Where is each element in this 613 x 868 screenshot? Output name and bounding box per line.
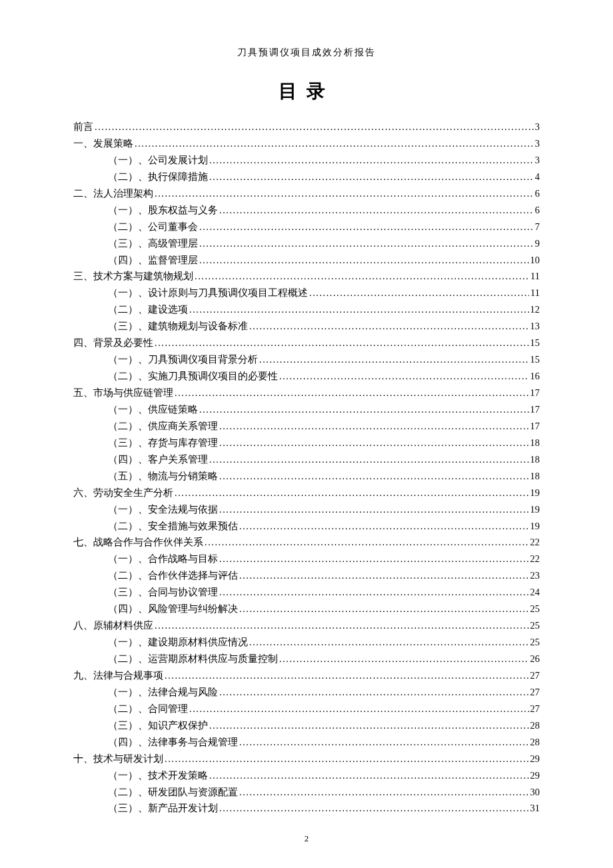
toc-entry-page: 12 (530, 301, 540, 318)
toc-entry: （一）、合作战略与目标22 (73, 551, 540, 567)
toc-leader-dots (219, 501, 529, 518)
toc-leader-dots (189, 701, 529, 717)
toc-entry-label: （一）、建设期原材料供应情况 (108, 634, 248, 651)
toc-entry-page: 24 (530, 584, 540, 601)
toc-entry-page: 4 (535, 169, 540, 185)
toc-leader-dots (205, 534, 529, 551)
toc-entry-label: （三）、新产品开发计划 (108, 800, 218, 817)
toc-entry: （三）、建筑物规划与设备标准13 (73, 318, 540, 335)
toc-leader-dots (239, 734, 529, 751)
toc-entry-label: 九、法律与合规事项 (73, 667, 163, 684)
toc-entry-page: 17 (530, 385, 540, 401)
toc-entry-label: 二、法人治理架构 (73, 185, 153, 202)
toc-entry-label: （三）、高级管理层 (108, 235, 198, 252)
toc-leader-dots (209, 717, 529, 734)
toc-entry-label: 七、战略合作与合作伙伴关系 (73, 534, 203, 551)
page-header: 刀具预调仪项目成效分析报告 (73, 47, 540, 59)
toc-entry-label: （一）、法律合规与风险 (108, 684, 218, 701)
toc-entry-page: 28 (530, 734, 540, 751)
toc-entry-label: （二）、合同管理 (108, 701, 188, 717)
toc-entry: （三）、新产品开发计划31 (73, 800, 540, 817)
toc-entry-page: 23 (530, 567, 540, 584)
toc-leader-dots (135, 135, 534, 152)
toc-leader-dots (209, 767, 529, 784)
toc-entry: （一）、安全法规与依据19 (73, 501, 540, 518)
toc-leader-dots (165, 751, 529, 767)
toc-leader-dots (239, 784, 529, 801)
toc-entry: （一）、技术开发策略29 (73, 767, 540, 784)
toc-entry-label: （三）、知识产权保护 (108, 717, 208, 734)
toc-entry-label: （四）、法律事务与合规管理 (108, 734, 238, 751)
toc-entry-label: （二）、执行保障措施 (108, 169, 208, 185)
toc-leader-dots (219, 684, 529, 701)
toc-leader-dots (249, 634, 529, 651)
toc-entry-label: （一）、公司发展计划 (108, 152, 208, 169)
toc-entry-page: 18 (530, 468, 540, 485)
toc-leader-dots (155, 617, 529, 634)
toc-entry: （五）、物流与分销策略18 (73, 468, 540, 485)
toc-leader-dots (219, 418, 529, 435)
toc-leader-dots (175, 485, 529, 501)
toc-entry-page: 29 (530, 767, 540, 784)
toc-title: 目录 (73, 79, 540, 104)
toc-leader-dots (199, 401, 529, 418)
toc-leader-dots (199, 219, 534, 235)
toc-entry-page: 3 (535, 119, 540, 135)
toc-entry-page: 18 (530, 435, 540, 451)
toc-entry-page: 30 (530, 784, 540, 801)
toc-entry-label: 六、劳动安全生产分析 (73, 485, 173, 501)
toc-entry-page: 22 (530, 551, 540, 567)
toc-entry-page: 3 (535, 152, 540, 169)
toc-entry: 六、劳动安全生产分析19 (73, 485, 540, 501)
toc-entry-label: 五、市场与供应链管理 (73, 385, 173, 401)
toc-entry-page: 25 (530, 601, 540, 617)
toc-entry: 九、法律与合规事项 27 (73, 667, 540, 684)
page-number: 2 (0, 833, 613, 844)
toc-entry-label: （二）、建设选项 (108, 301, 188, 318)
toc-entry-page: 9 (535, 235, 540, 252)
toc-entry: 四、背景及必要性 15 (73, 335, 540, 351)
toc-leader-dots (95, 119, 534, 135)
toc-entry-label: （二）、安全措施与效果预估 (108, 518, 238, 535)
toc-entry-page: 28 (530, 717, 540, 734)
toc-entry-page: 10 (530, 252, 540, 269)
toc-entry: （四）、法律事务与合规管理28 (73, 734, 540, 751)
toc-leader-dots (279, 368, 529, 385)
toc-entry-label: （三）、存货与库存管理 (108, 435, 218, 451)
toc-entry-label: （一）、合作战略与目标 (108, 551, 218, 567)
toc-entry-label: （二）、运营期原材料供应与质量控制 (108, 651, 278, 667)
document-page: 刀具预调仪项目成效分析报告 目录 前言3一、发展策略 3（一）、公司发展计划3（… (0, 0, 613, 843)
toc-entry-label: （二）、研发团队与资源配置 (108, 784, 238, 801)
toc-entry-page: 13 (530, 318, 540, 335)
toc-entry-label: （一）、技术开发策略 (108, 767, 208, 784)
toc-entry: （二）、公司董事会7 (73, 219, 540, 235)
toc-entry: 八、原辅材料供应 25 (73, 617, 540, 634)
toc-entry-page: 25 (530, 617, 540, 634)
toc-entry-page: 25 (530, 634, 540, 651)
toc-entry-page: 27 (530, 684, 540, 701)
toc-leader-dots (195, 268, 529, 285)
toc-entry-label: （二）、公司董事会 (108, 219, 198, 235)
toc-entry: （三）、高级管理层9 (73, 235, 540, 252)
toc-entry-page: 27 (530, 701, 540, 717)
toc-entry: 十、技术与研发计划 29 (73, 751, 540, 767)
toc-leader-dots (155, 185, 534, 202)
toc-leader-dots (219, 800, 529, 817)
toc-entry-label: 四、背景及必要性 (73, 335, 153, 351)
toc-entry: （一）、供应链策略17 (73, 401, 540, 418)
toc-entry: （二）、合同管理 27 (73, 701, 540, 717)
toc-leader-dots (259, 351, 529, 368)
toc-entry: （三）、存货与库存管理18 (73, 435, 540, 451)
toc-leader-dots (155, 335, 529, 351)
toc-leader-dots (239, 518, 529, 535)
toc-entry-page: 22 (530, 534, 540, 551)
toc-leader-dots (279, 651, 529, 667)
toc-entry: （一）、设计原则与刀具预调仪项目工程概述 11 (73, 285, 540, 301)
toc-entry-label: 八、原辅材料供应 (73, 617, 153, 634)
toc-entry: 前言3 (73, 119, 540, 135)
toc-entry: （三）、合同与协议管理24 (73, 584, 540, 601)
toc-entry-page: 6 (535, 185, 540, 202)
toc-leader-dots (219, 202, 534, 219)
toc-entry: （二）、安全措施与效果预估19 (73, 518, 540, 535)
toc-leader-dots (249, 318, 529, 335)
